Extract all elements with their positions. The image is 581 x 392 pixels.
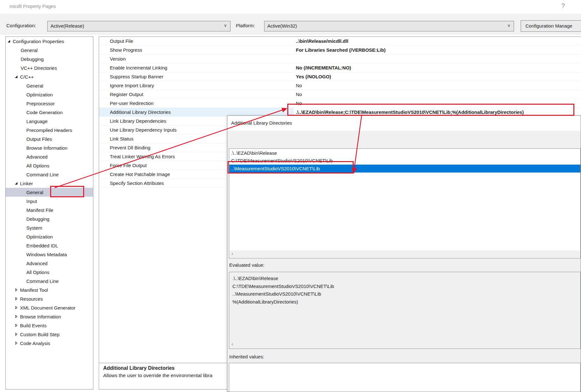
property-row-suppress-startup-banner[interactable]: Suppress Startup BannerYes (/NOLOGO) bbox=[99, 72, 581, 81]
sidebar-item-configuration-properties[interactable]: Configuration Properties bbox=[6, 37, 93, 46]
property-value[interactable]: .\..\EZAD\bin\Release;C:\TDE\Measurement… bbox=[294, 108, 581, 116]
sidebar-item-label: Command Line bbox=[26, 172, 59, 177]
sidebar-item-embedded-idl[interactable]: Embedded IDL bbox=[6, 241, 93, 250]
property-value[interactable] bbox=[294, 55, 581, 63]
expander-collapsed-icon[interactable] bbox=[15, 306, 20, 309]
directory-list-item-selected[interactable]: ..\MeasurementStudioVS2010\VCNET\Lib bbox=[229, 165, 580, 173]
sidebar-item-general[interactable]: General bbox=[6, 46, 93, 55]
expander-expanded-icon[interactable] bbox=[15, 75, 20, 78]
configuration-manager-button[interactable]: Configuration Manage bbox=[521, 20, 581, 32]
expander-collapsed-icon[interactable] bbox=[15, 333, 20, 336]
sidebar-item-label: Code Generation bbox=[26, 110, 63, 115]
sidebar-item-debugging[interactable]: Debugging bbox=[6, 55, 93, 63]
sidebar-item-general[interactable]: General bbox=[6, 81, 93, 90]
sidebar-item-build-events[interactable]: Build Events bbox=[6, 321, 93, 330]
sidebar-item-manifest-tool[interactable]: Manifest Tool bbox=[6, 285, 93, 294]
sidebar-item-precompiled-headers[interactable]: Precompiled Headers bbox=[6, 126, 93, 134]
property-row-enable-incremental-linking[interactable]: Enable Incremental LinkingNo (/INCREMENT… bbox=[99, 63, 581, 72]
sidebar-item-system[interactable]: System bbox=[6, 223, 93, 232]
sidebar-item-command-line[interactable]: Command Line bbox=[6, 170, 93, 179]
evaluated-value-line: .\..\EZAD\bin\Release bbox=[232, 275, 580, 283]
property-value[interactable]: For Libraries Searched (/VERBOSE:Lib) bbox=[294, 46, 581, 54]
expander-collapsed-icon[interactable] bbox=[15, 297, 20, 300]
property-value[interactable]: ..\bin\Release/micdll.dll bbox=[294, 37, 581, 45]
sidebar-item-general[interactable]: General bbox=[6, 188, 93, 197]
expander-expanded-icon[interactable] bbox=[7, 40, 12, 43]
sidebar-item-all-options[interactable]: All Options bbox=[6, 161, 93, 170]
sidebar-item-input[interactable]: Input bbox=[6, 197, 93, 206]
evaluated-value-lines: .\..\EZAD\bin\ReleaseC:\TDE\MeasurementS… bbox=[229, 272, 580, 306]
sidebar-item-all-options[interactable]: All Options bbox=[6, 268, 93, 277]
sidebar-item-advanced[interactable]: Advanced bbox=[6, 259, 93, 268]
sidebar-item-custom-build-step[interactable]: Custom Build Step bbox=[6, 330, 93, 339]
directory-list-item[interactable]: C:\TDE\MeasurementStudioVS2010\VCNET\Lib bbox=[229, 157, 580, 165]
dialog-title-bar[interactable]: Additional Library Directories bbox=[227, 116, 581, 131]
sidebar-item-label: Browse Information bbox=[20, 314, 61, 319]
expander-expanded-icon[interactable] bbox=[15, 182, 20, 185]
property-value[interactable]: No (/INCREMENTAL:NO) bbox=[294, 63, 581, 72]
sidebar-item-label: Preprocessor bbox=[26, 101, 55, 106]
expander-collapsed-icon[interactable] bbox=[15, 288, 20, 291]
sidebar-item-vc-directories[interactable]: VC++ Directories bbox=[6, 63, 93, 72]
inherited-values-box bbox=[229, 363, 581, 392]
sidebar-item-label: General bbox=[26, 190, 43, 195]
property-row-ignore-import-library[interactable]: Ignore Import LibraryNo bbox=[99, 81, 581, 90]
sidebar-item-optimization[interactable]: Optimization bbox=[6, 232, 93, 241]
sidebar-item-label: Code Analysis bbox=[20, 341, 50, 346]
property-row-show-progress[interactable]: Show ProgressFor Libraries Searched (/VE… bbox=[99, 46, 581, 55]
property-row-register-output[interactable]: Register OutputNo bbox=[99, 90, 581, 99]
sidebar-item-c-c-[interactable]: C/C++ bbox=[6, 72, 93, 81]
expander-collapsed-icon[interactable] bbox=[15, 315, 20, 318]
platform-dropdown[interactable]: Active(Win32) ∨ bbox=[264, 21, 514, 31]
property-row-output-file[interactable]: Output File..\bin\Release/micdll.dll bbox=[99, 37, 581, 46]
sidebar-item-browse-information[interactable]: Browse Information bbox=[6, 143, 93, 152]
sidebar-item-manifest-file[interactable]: Manifest File bbox=[6, 206, 93, 214]
configuration-manager-label: Configuration Manage bbox=[525, 23, 572, 29]
sidebar-item-windows-metadata[interactable]: Windows Metadata bbox=[6, 250, 93, 259]
expander-collapsed-icon[interactable] bbox=[15, 342, 20, 345]
inherited-values-label: Inherited values: bbox=[229, 354, 264, 359]
evaluated-value-label: Evaluated value: bbox=[229, 262, 264, 268]
sidebar-item-command-line[interactable]: Command Line bbox=[6, 277, 93, 285]
property-row-version[interactable]: Version bbox=[99, 55, 581, 63]
property-name: Per-user Redirection bbox=[99, 99, 294, 108]
help-icon[interactable]: ? bbox=[561, 2, 565, 10]
evaluated-horizontal-scrollbar[interactable]: ‹ bbox=[230, 341, 580, 348]
sidebar-item-code-analysis[interactable]: Code Analysis bbox=[6, 339, 93, 348]
scroll-left-icon[interactable]: ‹ bbox=[231, 341, 233, 347]
sidebar-item-label: All Options bbox=[26, 270, 50, 275]
sidebar-item-resources[interactable]: Resources bbox=[6, 294, 93, 303]
directory-list-item[interactable]: .\..\EZAD\bin\Release bbox=[229, 149, 580, 157]
sidebar-item-browse-information[interactable]: Browse Information bbox=[6, 312, 93, 321]
dialog-title: Additional Library Directories bbox=[231, 120, 292, 126]
property-value[interactable]: No bbox=[294, 81, 581, 90]
scroll-left-icon[interactable]: ‹ bbox=[231, 251, 233, 257]
sidebar-item-label: Optimization bbox=[26, 234, 53, 239]
sidebar-item-output-files[interactable]: Output Files bbox=[6, 134, 93, 143]
sidebar-item-advanced[interactable]: Advanced bbox=[6, 152, 93, 161]
sidebar-item-optimization[interactable]: Optimization bbox=[6, 90, 93, 99]
sidebar-item-linker[interactable]: Linker bbox=[6, 179, 93, 188]
expander-collapsed-icon[interactable] bbox=[15, 324, 20, 327]
sidebar-item-preprocessor[interactable]: Preprocessor bbox=[6, 99, 93, 108]
property-value[interactable]: No bbox=[294, 90, 581, 99]
sidebar-item-debugging[interactable]: Debugging bbox=[6, 214, 93, 223]
window-title: micdll Property Pages bbox=[10, 3, 56, 9]
sidebar-item-label: General bbox=[20, 48, 37, 53]
sidebar-item-language[interactable]: Language bbox=[6, 117, 93, 126]
configuration-dropdown[interactable]: Active(Release) ∨ bbox=[47, 21, 230, 31]
listbox-horizontal-scrollbar[interactable]: ‹ bbox=[230, 251, 580, 258]
configuration-band: Configuration: Active(Release) ∨ Platfor… bbox=[0, 14, 581, 35]
sidebar-item-label: Debugging bbox=[20, 56, 44, 62]
sidebar-item-code-generation[interactable]: Code Generation bbox=[6, 108, 93, 117]
configuration-label: Configuration: bbox=[6, 23, 36, 28]
property-row-per-user-redirection[interactable]: Per-user RedirectionNo bbox=[99, 99, 581, 108]
property-value[interactable]: No bbox=[294, 99, 581, 108]
property-value[interactable]: Yes (/NOLOGO) bbox=[294, 72, 581, 81]
sidebar-item-label: Manifest Tool bbox=[20, 287, 48, 293]
sidebar-item-xml-document-generator[interactable]: XML Document Generator bbox=[6, 303, 93, 312]
evaluated-value-line: C:\TDE\MeasurementStudioVS2010\VCNET\Lib bbox=[232, 283, 580, 291]
configuration-tree: Configuration PropertiesGeneralDebugging… bbox=[5, 36, 93, 389]
chevron-down-icon: ∨ bbox=[224, 23, 227, 28]
sidebar-item-label: Language bbox=[26, 119, 48, 124]
